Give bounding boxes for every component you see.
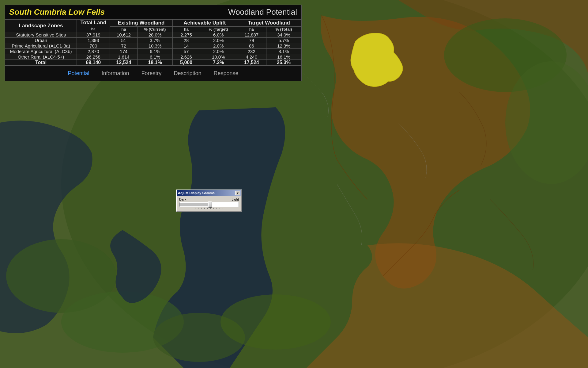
gamma-label-light: Light (232, 197, 239, 201)
cell-zone-4: Other Rural (ALC4-5+) (5, 54, 77, 60)
total-ha: 69,140 (77, 60, 110, 66)
table-body: Statutory Sensitive Sites 37,919 10,612 … (5, 32, 301, 66)
brown-region-3 (306, 243, 588, 368)
tick-4 (189, 208, 189, 209)
gamma-dialog[interactable]: Adjust Display Gamma x Dark Light (176, 190, 242, 212)
cell-achievable-pct-1: 2.0% (200, 38, 237, 43)
boundary-5 (398, 123, 427, 178)
cell-achievable-ha-4: 2,626 (172, 54, 200, 60)
boundary-7 (490, 199, 533, 270)
nav-tab-description[interactable]: Description (174, 70, 202, 77)
tick-17 (229, 208, 229, 209)
cell-existing-ha-2: 72 (110, 43, 138, 49)
tick-13 (217, 208, 217, 209)
col-header-achievable: Achievable Uplift (172, 20, 237, 27)
nav-tab-potential[interactable]: Potential (68, 70, 89, 77)
total-target-ha: 17,524 (237, 60, 266, 66)
gamma-slider-fill (179, 203, 210, 206)
tick-18 (232, 208, 232, 209)
total-row: Total 69,140 12,524 18.1% 5,000 7.2% 17,… (5, 60, 301, 66)
cell-target-pct-0: 34.0% (266, 32, 301, 38)
region-title: South Cumbria Low Fells (9, 7, 105, 17)
nav-tab-information[interactable]: Information (101, 70, 129, 77)
nav-tab-response[interactable]: Response (214, 70, 239, 77)
tick-16 (226, 208, 226, 209)
tick-12 (213, 208, 214, 209)
gamma-label-dark: Dark (179, 197, 186, 201)
tick-9 (204, 208, 205, 209)
subheader-existing-ha: ha (110, 27, 138, 32)
cell-target-pct-2: 12.3% (266, 43, 301, 49)
total-label: Total (5, 60, 77, 66)
subheader-existing-pct: % (Current) (138, 27, 172, 32)
cell-target-ha-1: 79 (237, 38, 266, 43)
gamma-slider-thumb[interactable] (208, 201, 212, 208)
subheader-achievable-ha: ha (172, 27, 200, 32)
col-header-existing: Existing Woodland (110, 20, 172, 27)
col-header-total-land: Total Land ha (77, 20, 110, 32)
cell-existing-pct-4: 6.1% (138, 54, 172, 60)
green-patch-1 (444, 18, 567, 92)
gamma-content: Dark Light (177, 196, 241, 211)
tick-14 (220, 208, 220, 209)
brown-region-2 (398, 0, 588, 74)
cell-achievable-ha-3: 57 (172, 49, 200, 54)
cell-existing-pct-0: 28.0% (138, 32, 172, 38)
table-row: Urban 1,393 51 3.7% 28 2.0% 79 5.7% (5, 38, 301, 43)
gamma-tick-marks (179, 208, 239, 209)
veg-patch-3 (153, 313, 245, 362)
cell-target-ha-3: 232 (237, 49, 266, 54)
water-inlet (110, 230, 161, 303)
tick-11 (210, 208, 211, 209)
cell-target-pct-4: 16.1% (266, 54, 301, 60)
cell-existing-pct-2: 10.3% (138, 43, 172, 49)
tick-8 (201, 208, 202, 209)
nav-tab-forestry[interactable]: Forestry (141, 70, 161, 77)
subheader-achievable-pct: % (Target) (200, 27, 237, 32)
tick-1 (180, 208, 180, 209)
main-panel: South Cumbria Low Fells Woodland Potenti… (5, 5, 302, 81)
panel-header: South Cumbria Low Fells Woodland Potenti… (5, 5, 301, 19)
cell-total-ha-1: 1,393 (77, 38, 110, 43)
cell-zone-3: Moderate Agricultural (ALC3b) (5, 49, 77, 54)
table-row: Statutory Sensitive Sites 37,919 10,612 … (5, 32, 301, 38)
cell-achievable-pct-4: 10.0% (200, 54, 237, 60)
water-body (153, 107, 285, 368)
cell-target-ha-4: 4,240 (237, 54, 266, 60)
tick-6 (195, 208, 195, 209)
tick-19 (235, 208, 235, 209)
table-row: Other Rural (ALC4-5+) 26,258 1,614 6.1% … (5, 54, 301, 60)
cell-achievable-ha-2: 14 (172, 43, 200, 49)
boundary-line-1 (322, 15, 368, 199)
cell-target-ha-0: 12,887 (237, 32, 266, 38)
col-header-landscape: Landscape Zones (5, 20, 77, 32)
section-title: Woodland Potential (228, 7, 297, 17)
boundary-4 (337, 184, 362, 245)
total-existing-pct: 18.1% (138, 60, 172, 66)
veg-patch-2 (61, 291, 184, 353)
cell-achievable-pct-2: 2.0% (200, 43, 237, 49)
cell-existing-ha-1: 51 (110, 38, 138, 43)
veg-patch-1 (6, 239, 116, 313)
veg-patch-4 (221, 294, 331, 350)
cell-existing-pct-3: 6.1% (138, 49, 172, 54)
gamma-slider-track[interactable] (179, 202, 239, 207)
subheader-target-ha: ha (237, 27, 266, 32)
cell-zone-2: Prime Agricultural (ALC1-3a) (5, 43, 77, 49)
tick-5 (192, 208, 192, 209)
gamma-labels: Dark Light (179, 197, 239, 201)
cell-total-ha-2: 700 (77, 43, 110, 49)
cell-existing-pct-1: 3.7% (138, 38, 172, 43)
cell-existing-ha-0: 10,612 (110, 32, 138, 38)
nav-tabs: PotentialInformationForestryDescriptionR… (5, 66, 301, 81)
gamma-title: Adjust Display Gamma (178, 191, 215, 195)
gamma-close-button[interactable]: x (235, 191, 240, 195)
tick-20 (238, 208, 238, 209)
total-achievable-ha: 5,000 (172, 60, 200, 66)
cell-achievable-pct-3: 2.0% (200, 49, 237, 54)
data-table: Landscape Zones Total Land ha Existing W… (5, 19, 301, 66)
subheader-target-pct: % (Total) (266, 27, 301, 32)
total-target-pct: 25.3% (266, 60, 301, 66)
cell-total-ha-3: 2,870 (77, 49, 110, 54)
col-header-target: Target Woodland (237, 20, 301, 27)
